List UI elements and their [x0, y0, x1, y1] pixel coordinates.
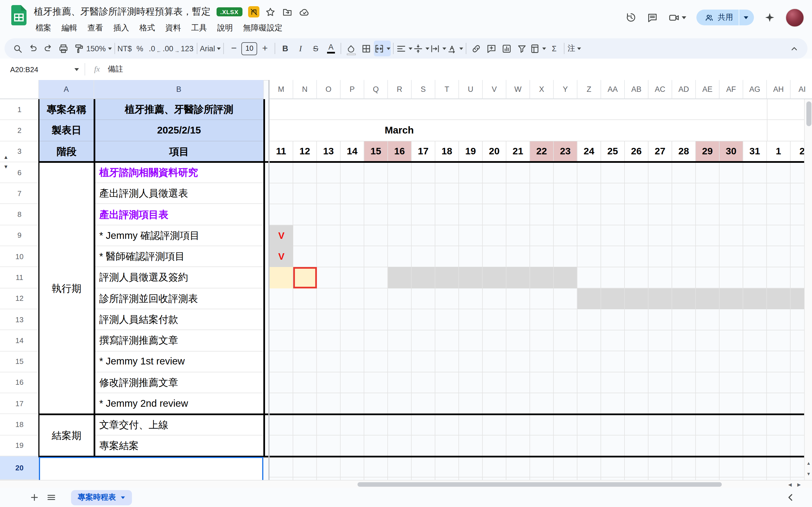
date-header-21[interactable]: 21 [506, 141, 530, 162]
cell-B3[interactable]: 項目 [94, 141, 264, 162]
date-header-11[interactable]: 11 [269, 141, 293, 162]
date-header-31[interactable]: 31 [743, 141, 767, 162]
row-header-17[interactable]: 17 [0, 393, 39, 414]
date-header-24[interactable]: 24 [577, 141, 601, 162]
row-header-7[interactable]: 7 [0, 183, 39, 204]
vertical-scrollbar-thumb[interactable] [806, 101, 811, 126]
column-header-AI[interactable]: AI [791, 80, 812, 99]
date-header-25[interactable]: 25 [601, 141, 625, 162]
add-sheet-button[interactable] [26, 489, 43, 506]
row-header-2[interactable]: 2 [0, 120, 39, 142]
column-header-N[interactable]: N [293, 80, 317, 99]
column-header-Z[interactable]: Z [577, 80, 601, 99]
date-header-23[interactable]: 23 [554, 141, 577, 162]
date-header-29[interactable]: 29 [696, 141, 719, 162]
row-header-16[interactable]: 16 [0, 372, 39, 393]
date-header-19[interactable]: 19 [459, 141, 483, 162]
column-header-M[interactable]: M [269, 80, 293, 99]
date-header-17[interactable]: 17 [412, 141, 435, 162]
column-header-X[interactable]: X [530, 80, 554, 99]
column-header-W[interactable]: W [506, 80, 530, 99]
cell-A18-close-phase[interactable]: 結案期 [39, 414, 94, 456]
grid-corner[interactable] [0, 80, 39, 99]
date-header-26[interactable]: 26 [625, 141, 649, 162]
column-header-V[interactable]: V [483, 80, 506, 99]
date-header-22[interactable]: 22 [530, 141, 554, 162]
cell-B18[interactable]: 文章交付、上線 [94, 414, 264, 436]
row-header-8[interactable]: 8 [0, 204, 39, 225]
date-header-28[interactable]: 28 [672, 141, 696, 162]
cell-A1[interactable]: 專案名稱 [39, 99, 94, 120]
cell-B11[interactable]: 評測人員徵選及簽約 [94, 267, 264, 288]
cell-B6[interactable]: 植牙諮詢相關資料研究 [94, 162, 264, 183]
cell-B13[interactable]: 評測人員結案付款 [94, 309, 264, 330]
cell-A2[interactable]: 製表日 [39, 120, 94, 142]
date-header-27[interactable]: 27 [649, 141, 672, 162]
cell-B15[interactable]: * Jemmy 1st review [94, 351, 264, 372]
check-cell-row9[interactable]: V [269, 225, 293, 246]
row-header-19[interactable]: 19 [0, 435, 39, 456]
column-header-AE[interactable]: AE [696, 80, 719, 99]
scroll-up-arrow[interactable]: ▲ [805, 461, 812, 466]
column-header-AD[interactable]: AD [672, 80, 696, 99]
cell-A3[interactable]: 階段 [39, 141, 94, 162]
cell-B9[interactable]: * Jemmy 確認評測項目 [94, 225, 264, 246]
row-group-collapse-icon[interactable]: ▲ [3, 155, 8, 160]
column-header-AC[interactable]: AC [649, 80, 672, 99]
date-header-14[interactable]: 14 [341, 141, 364, 162]
column-header-O[interactable]: O [317, 80, 341, 99]
date-grid-body[interactable] [269, 162, 812, 480]
all-sheets-button[interactable] [43, 489, 60, 506]
cell-B19[interactable]: 專案結案 [94, 435, 264, 456]
cell-B17[interactable]: * Jemmy 2nd review [94, 393, 264, 414]
cell-B2[interactable]: 2025/2/15 [94, 120, 264, 142]
row-group-expand-icon[interactable]: ▼ [3, 165, 8, 170]
column-header-R[interactable]: R [388, 80, 412, 99]
cell-B7[interactable]: 產出評測人員徵選表 [94, 183, 264, 204]
scroll-down-arrow[interactable]: ▼ [805, 471, 812, 476]
cell-B10[interactable]: * 醫師確認評測項目 [94, 246, 264, 267]
sheet-tab-caret[interactable] [121, 496, 124, 499]
red-border-cell[interactable] [293, 267, 317, 288]
column-header-AG[interactable]: AG [743, 80, 767, 99]
cell-B16[interactable]: 修改評測推薦文章 [94, 372, 264, 393]
date-header-20[interactable]: 20 [483, 141, 506, 162]
horizontal-scrollbar-thumb[interactable] [357, 482, 722, 487]
row-header-14[interactable]: 14 [0, 330, 39, 351]
column-header-T[interactable]: T [435, 80, 459, 99]
row-header-12[interactable]: 12 [0, 288, 39, 309]
cell-B14[interactable]: 撰寫評測推薦文章 [94, 330, 264, 351]
row-header-9[interactable]: 9 [0, 225, 39, 246]
sheet-tab-active[interactable]: 專案時程表 [71, 490, 132, 505]
column-header-Y[interactable]: Y [554, 80, 577, 99]
check-cell-row10[interactable]: V [269, 246, 293, 267]
frozen-pane-divider[interactable] [268, 80, 269, 480]
row-header-13[interactable]: 13 [0, 309, 39, 330]
column-header-U[interactable]: U [459, 80, 483, 99]
row-header-15[interactable]: 15 [0, 351, 39, 372]
column-header-P[interactable]: P [341, 80, 364, 99]
cell-B12[interactable]: 診所評測並回收評測表 [94, 288, 264, 309]
gantt-bar-row12[interactable] [577, 288, 812, 309]
merged-row1[interactable] [269, 99, 812, 120]
date-header-18[interactable]: 18 [435, 141, 459, 162]
date-header-12[interactable]: 12 [293, 141, 317, 162]
horizontal-scrollbar[interactable]: ◀ ▶ [0, 480, 812, 489]
cell-B1[interactable]: 植牙推薦、牙醫診所評測 [94, 99, 264, 120]
column-header-AH[interactable]: AH [767, 80, 791, 99]
date-header-15[interactable]: 15 [364, 141, 388, 162]
date-header-1[interactable]: 1 [767, 141, 791, 162]
cell-B8[interactable]: 產出評測項目表 [94, 204, 264, 225]
row-header-1[interactable]: 1 [0, 99, 39, 120]
gantt-bar-row11[interactable] [388, 267, 577, 288]
column-header-AF[interactable]: AF [719, 80, 743, 99]
row-header-11[interactable]: 11 [0, 267, 39, 288]
vertical-scrollbar[interactable]: ▲ ▼ [804, 99, 812, 480]
row-header-18[interactable]: 18 [0, 414, 39, 436]
date-header-16[interactable]: 16 [388, 141, 412, 162]
column-header-Q[interactable]: Q [364, 80, 388, 99]
column-header-S[interactable]: S [412, 80, 435, 99]
date-header-30[interactable]: 30 [719, 141, 743, 162]
scroll-right-arrow[interactable]: ▶ [795, 482, 803, 487]
column-header-B[interactable]: B [94, 80, 264, 99]
